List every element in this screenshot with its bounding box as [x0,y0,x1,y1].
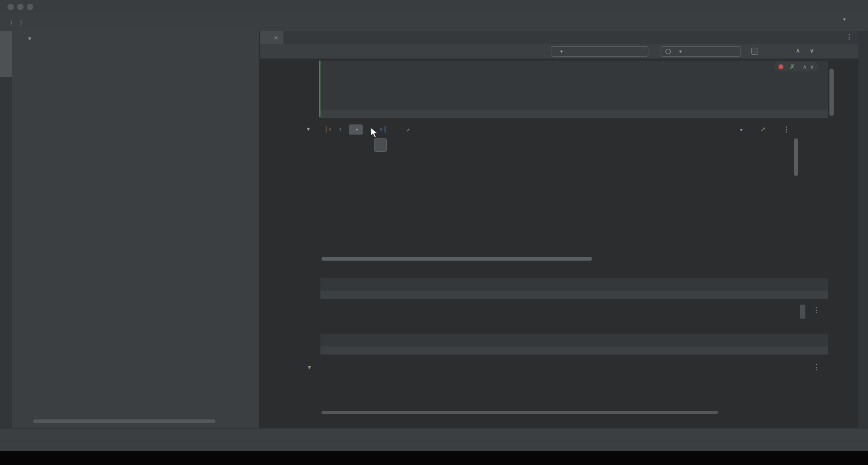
editor-horizontal-scrollbar[interactable] [321,411,718,414]
cell-in4-exec-status [320,291,828,299]
first-page-icon[interactable]: |‹ [324,126,332,133]
out4-kebab-icon[interactable]: ⋮ [813,306,820,314]
zoom-window-button[interactable] [27,4,33,10]
trusted-checkbox-group [751,48,762,55]
screen-bottom-band [0,451,868,465]
table-export-tools: ▼ ↗ ⋮ [739,123,790,135]
dataspell-window: 〉 〉 ▼ [0,0,868,465]
code-cell-in5[interactable] [320,61,828,110]
editor-area: × ⋮ ▼ ▼ ∧ ∨ [260,31,858,428]
tool-button-jupyter-variables[interactable] [858,379,868,381]
cell-in5-exec-status [320,110,828,118]
right-tool-strip [858,31,868,428]
tool-button-workspace[interactable] [0,31,12,77]
status-bar [0,441,868,451]
open-external-icon[interactable]: ↗ [760,126,766,133]
breadcrumb-separator: 〉 [20,19,22,26]
previous-cell-button[interactable]: ∧ [796,47,800,54]
notebook-toolbar: ▼ ▼ ∧ ∨ [260,44,858,59]
out24-kebab-icon[interactable]: ⋮ [813,363,820,371]
out4-scrollbar[interactable] [800,305,805,319]
page-size-dropdown[interactable]: ▼ [349,124,363,135]
files-view-caret[interactable]: ▼ [27,36,32,41]
tab-titanic-ipynb[interactable]: × [260,31,283,44]
prev-page-icon[interactable]: ‹ [338,126,342,133]
out5-collapse-caret[interactable]: ▼ [306,127,311,132]
files-panel: ▼ [12,31,260,428]
table-vertical-scrollbar[interactable] [794,138,798,176]
tab-close-icon[interactable]: × [274,34,278,42]
code-cell-in4[interactable] [320,278,828,291]
main-area: ▼ × [0,31,868,428]
breadcrumb: 〉 〉 ▼ [0,14,868,31]
tab-options-kebab-icon[interactable]: ⋮ [845,33,853,41]
minimize-window-button[interactable] [17,4,24,10]
inspections-widget[interactable]: ✗ ∧ ∨ [774,62,818,71]
errors-icon [779,64,783,69]
kernel-status-icon [665,49,671,54]
tool-button-notifications[interactable] [858,166,868,169]
files-horizontal-scrollbar[interactable] [33,419,215,423]
table-pagination: |‹ ‹ ▼ › ›| ↗ [324,123,410,135]
prev-problem-icon[interactable]: ∧ [803,64,806,70]
code-cell-in24[interactable] [320,334,828,346]
tool-button-python-console[interactable] [858,94,868,97]
last-page-icon[interactable]: ›| [379,126,387,133]
dataframe-table [321,137,798,261]
title-bar [0,0,868,14]
editor-vertical-scrollbar[interactable] [829,69,834,116]
left-tool-strip [0,31,12,428]
warnings-icon: ✗ [790,63,795,70]
export-format-dropdown[interactable]: ▼ [739,126,743,133]
out24-collapse-caret[interactable]: ▼ [307,365,312,370]
user-menu-caret: ▼ [842,17,847,22]
editor-tab-bar: × ⋮ [260,31,858,44]
open-in-new-icon[interactable]: ↗ [406,126,410,133]
server-dropdown[interactable]: ▼ [551,46,648,57]
trusted-checkbox[interactable] [751,48,758,55]
mouse-cursor [370,127,378,141]
tool-button-database[interactable] [858,34,868,37]
files-panel-header: ▼ [12,31,259,46]
kernel-dropdown[interactable]: ▼ [661,46,741,57]
tool-button-commit[interactable] [0,83,12,124]
next-cell-button[interactable]: ∨ [810,47,814,54]
next-problem-icon[interactable]: ∨ [810,64,814,70]
tool-button-structure[interactable] [0,379,12,428]
table-options-kebab-icon[interactable]: ⋮ [783,125,790,134]
breadcrumb-separator: 〉 [10,19,12,26]
table-horizontal-scrollbar[interactable] [321,257,798,261]
cell-in24-exec-status [320,346,828,355]
tool-button-bookmarks[interactable] [0,325,12,373]
tool-window-bar [0,428,868,441]
close-window-button[interactable] [8,4,14,10]
